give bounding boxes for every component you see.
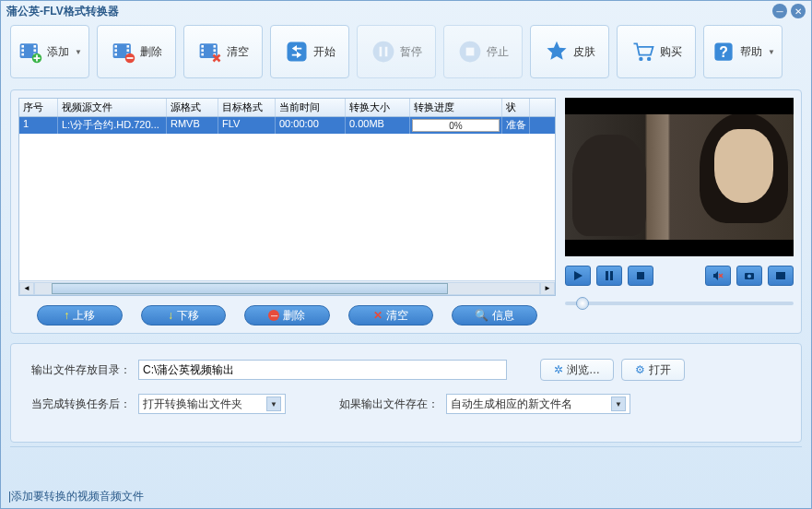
svg-rect-22 [214, 49, 217, 52]
aperture-icon: ✲ [554, 363, 563, 376]
help-button[interactable]: ? 帮助▼ [703, 25, 783, 78]
svg-rect-1 [21, 45, 24, 48]
mute-button[interactable] [705, 266, 731, 286]
svg-rect-27 [385, 47, 388, 57]
delete-button[interactable]: ─删除 [244, 305, 330, 326]
svg-rect-3 [21, 53, 24, 56]
file-table[interactable]: 序号 视频源文件 源格式 目标格式 当前时间 转换大小 转换进度 状 1 L:\… [18, 98, 556, 296]
svg-rect-2 [21, 49, 24, 52]
col-status[interactable]: 状 [502, 99, 530, 116]
play-icon [572, 270, 583, 281]
film-remove-icon [111, 39, 136, 65]
chevron-down-icon: ▼ [266, 397, 281, 411]
start-button[interactable]: 开始 [270, 25, 349, 78]
svg-point-25 [373, 41, 394, 63]
svg-rect-21 [214, 45, 217, 48]
stop-icon [635, 270, 646, 281]
svg-rect-19 [201, 49, 204, 52]
svg-rect-5 [34, 49, 37, 52]
camera-icon [744, 270, 755, 281]
clear-button[interactable]: 清空 [183, 25, 263, 78]
svg-rect-16 [127, 57, 134, 59]
chevron-down-icon: ▼ [768, 48, 775, 56]
table-row[interactable]: 1 L:\分手合约.HD.720... RMVB FLV 00:00:00 0.… [19, 117, 555, 134]
svg-rect-9 [114, 45, 117, 48]
pause-icon [371, 39, 396, 65]
skin-button[interactable]: 皮肤 [530, 25, 609, 78]
help-icon: ? [711, 39, 736, 65]
svg-text:?: ? [719, 44, 728, 60]
convert-icon [284, 39, 310, 65]
chevron-down-icon: ▼ [611, 397, 626, 411]
film-clear-icon [197, 39, 223, 65]
svg-point-31 [647, 57, 651, 61]
svg-rect-35 [610, 271, 613, 280]
file-exists-select[interactable]: 自动生成相应的新文件名▼ [446, 394, 630, 414]
add-button[interactable]: 添加▼ [10, 25, 89, 78]
seek-slider[interactable] [565, 295, 794, 312]
close-icon[interactable]: ✕ [791, 4, 806, 18]
stop-preview-button[interactable] [628, 266, 653, 286]
file-exists-label: 如果输出文件存在： [337, 397, 439, 412]
output-dir-label: 输出文件存放目录： [29, 362, 131, 378]
main-toolbar: 添加▼ 删除 清空 开始 暂停 停止 皮肤 购买 ? 帮助▼ [1, 21, 811, 86]
svg-point-30 [639, 57, 642, 61]
stop-button[interactable]: 停止 [443, 25, 523, 78]
col-time[interactable]: 当前时间 [276, 99, 346, 116]
info-button[interactable]: 🔍信息 [452, 305, 537, 326]
film-add-icon [18, 39, 43, 65]
pause-preview-button[interactable] [596, 266, 622, 286]
col-index[interactable]: 序号 [19, 99, 58, 116]
pause-button[interactable]: 暂停 [357, 25, 436, 78]
svg-rect-11 [114, 53, 117, 56]
svg-rect-39 [776, 272, 785, 279]
svg-rect-18 [201, 45, 204, 48]
window-title: 蒲公英-FLV格式转换器 [6, 4, 119, 19]
video-preview[interactable] [565, 98, 794, 256]
open-button[interactable]: ⚙打开 [621, 359, 685, 381]
svg-rect-13 [127, 49, 130, 52]
stop-icon [457, 39, 483, 65]
col-tgtfmt[interactable]: 目标格式 [218, 99, 276, 116]
col-progress[interactable]: 转换进度 [410, 99, 502, 116]
progress-bar: 0% [412, 119, 500, 132]
play-button[interactable] [565, 266, 591, 286]
col-srcfmt[interactable]: 源格式 [167, 99, 218, 116]
svg-rect-24 [288, 42, 307, 62]
fullscreen-button[interactable] [768, 266, 794, 286]
col-source[interactable]: 视频源文件 [58, 99, 167, 116]
pause-icon [604, 270, 615, 281]
buy-button[interactable]: 购买 [617, 25, 696, 78]
svg-rect-36 [637, 272, 644, 279]
gear-icon: ⚙ [635, 363, 645, 376]
svg-rect-29 [466, 48, 475, 56]
fullscreen-icon [775, 270, 786, 281]
star-icon [544, 39, 570, 65]
svg-rect-34 [606, 271, 608, 280]
status-bar: |添加要转换的视频音频文件 [8, 489, 144, 504]
svg-rect-20 [201, 53, 204, 56]
after-convert-select[interactable]: 打开转换输出文件夹▼ [138, 394, 286, 414]
svg-rect-10 [114, 49, 117, 52]
svg-rect-4 [34, 45, 37, 48]
svg-point-38 [747, 275, 751, 278]
svg-rect-26 [380, 47, 382, 57]
speaker-mute-icon [712, 270, 724, 281]
cart-icon [630, 39, 656, 65]
after-convert-label: 当完成转换任务后： [29, 397, 131, 412]
move-up-button[interactable]: ↑上移 [37, 305, 123, 326]
move-down-button[interactable]: ↓下移 [141, 305, 227, 326]
col-size[interactable]: 转换大小 [346, 99, 410, 116]
browse-button[interactable]: ✲浏览… [540, 359, 614, 381]
svg-rect-12 [127, 45, 130, 48]
output-dir-input[interactable] [138, 360, 507, 380]
horizontal-scrollbar[interactable]: ◄► [19, 280, 555, 295]
minimize-icon[interactable]: ─ [772, 4, 787, 18]
chevron-down-icon: ▼ [75, 48, 82, 56]
remove-button[interactable]: 删除 [97, 25, 176, 78]
clear-list-button[interactable]: ✕清空 [348, 305, 434, 326]
snapshot-button[interactable] [736, 266, 762, 286]
